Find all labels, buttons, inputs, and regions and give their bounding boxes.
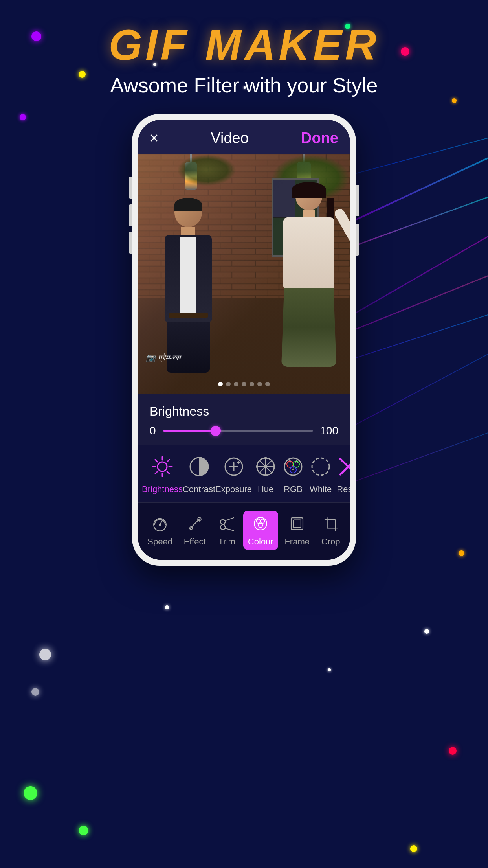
phone-outer: × Video Done <box>132 114 356 566</box>
brightness-slider[interactable] <box>163 430 313 432</box>
reset-icon <box>334 453 350 480</box>
hue-icon <box>252 453 279 480</box>
svg-line-11 <box>167 460 169 462</box>
dot-3 <box>234 382 238 386</box>
slider-fill <box>163 430 216 432</box>
nav-frame-label: Frame <box>284 537 310 547</box>
phone-mockup: × Video Done <box>132 114 356 566</box>
contrast-icon <box>185 453 213 480</box>
brightness-section: Brightness 0 100 <box>138 394 350 445</box>
svg-point-41 <box>159 524 161 526</box>
tool-brightness[interactable]: Brightness <box>142 453 183 495</box>
slide-indicators <box>218 382 270 386</box>
brightness-label: Brightness <box>150 404 338 419</box>
svg-point-60 <box>259 523 263 528</box>
svg-line-55 <box>225 528 234 530</box>
nav-speed-label: Speed <box>147 537 172 547</box>
svg-point-59 <box>261 519 265 524</box>
tool-exposure[interactable]: + - Exposure <box>215 453 252 495</box>
nav-crop-label: Crop <box>321 537 340 547</box>
app-header: GIF MAKER Awsome Filter with your Style <box>0 20 488 97</box>
svg-line-9 <box>155 460 158 462</box>
nav-effect[interactable]: Effect <box>179 511 211 550</box>
nav-speed[interactable]: Speed <box>143 511 177 550</box>
speed-nav-icon <box>150 514 170 533</box>
svg-point-27 <box>264 474 267 476</box>
effect-nav-icon <box>185 514 205 533</box>
nav-frame[interactable]: Frame <box>280 511 314 550</box>
tool-white[interactable]: White <box>307 453 334 495</box>
phone-screen: × Video Done <box>138 120 350 560</box>
slider-thumb[interactable] <box>211 426 221 436</box>
exposure-icon: + - <box>220 453 248 480</box>
svg-point-28 <box>256 465 258 468</box>
colour-nav-icon <box>251 514 270 533</box>
dot-1 <box>218 382 223 386</box>
crop-nav-icon <box>321 514 341 533</box>
done-button[interactable]: Done <box>301 130 338 147</box>
tool-white-label: White <box>310 484 332 495</box>
slider-max-value: 100 <box>319 425 338 437</box>
tool-rgb-label: RGB <box>284 484 303 495</box>
svg-point-4 <box>158 462 167 471</box>
screen-header: × Video Done <box>138 120 350 154</box>
frame-nav-icon <box>287 514 307 533</box>
svg-point-26 <box>273 465 275 468</box>
svg-text:G: G <box>295 460 298 464</box>
tool-contrast-label: Contrast <box>183 484 215 495</box>
nav-colour[interactable]: Colour <box>243 511 278 550</box>
watermark-text: 📷 प्रेम-रस <box>146 353 180 363</box>
tool-exposure-label: Exposure <box>215 484 252 495</box>
dot-4 <box>242 382 246 386</box>
brightness-slider-container: 0 100 <box>150 425 338 437</box>
tool-reset-label: Reset <box>337 484 350 495</box>
svg-text:+: + <box>237 459 240 465</box>
video-preview: 📷 प्रेम-रस <box>138 154 350 394</box>
tool-hue-label: Hue <box>258 484 273 495</box>
app-title: GIF MAKER <box>0 20 488 70</box>
tool-contrast[interactable]: Contrast <box>183 453 215 495</box>
dot-5 <box>250 382 254 386</box>
volume-down-button <box>129 204 132 226</box>
tool-rgb[interactable]: R G B RGB <box>279 453 307 495</box>
tools-bar: Brightness Contrast <box>138 445 350 502</box>
power-button <box>356 185 359 216</box>
svg-text:R: R <box>288 460 291 464</box>
nav-trim[interactable]: Trim <box>212 511 241 550</box>
trim-nav-icon <box>217 514 237 533</box>
dot-2 <box>226 382 231 386</box>
bottom-navigation: Speed <box>138 502 350 560</box>
svg-rect-65 <box>327 520 335 528</box>
tool-hue[interactable]: Hue <box>252 453 279 495</box>
silent-button <box>129 232 132 254</box>
svg-text:-: - <box>226 467 228 473</box>
rgb-icon: R G B <box>279 453 307 480</box>
screen-title: Video <box>211 130 249 147</box>
svg-line-54 <box>225 518 234 521</box>
svg-text:B: B <box>292 466 294 471</box>
svg-rect-62 <box>293 520 301 527</box>
white-icon <box>307 453 334 480</box>
svg-point-58 <box>257 519 261 524</box>
volume-up-button <box>129 177 132 199</box>
brightness-icon <box>149 453 176 480</box>
tool-reset[interactable]: Reset <box>334 453 350 495</box>
nav-colour-label: Colour <box>248 537 273 547</box>
nav-crop[interactable]: Crop <box>316 511 345 550</box>
nav-effect-label: Effect <box>184 537 206 547</box>
svg-line-12 <box>155 471 158 474</box>
svg-point-36 <box>312 458 329 475</box>
dot-7 <box>265 382 270 386</box>
svg-line-10 <box>167 471 169 474</box>
tool-brightness-label: Brightness <box>142 484 183 495</box>
app-subtitle: Awsome Filter with your Style <box>0 74 488 97</box>
side-button <box>356 224 359 256</box>
dot-6 <box>257 382 262 386</box>
svg-point-25 <box>264 457 267 459</box>
close-button[interactable]: × <box>150 130 158 147</box>
svg-line-45 <box>189 519 200 529</box>
slider-min-value: 0 <box>150 425 158 437</box>
nav-trim-label: Trim <box>218 537 235 547</box>
